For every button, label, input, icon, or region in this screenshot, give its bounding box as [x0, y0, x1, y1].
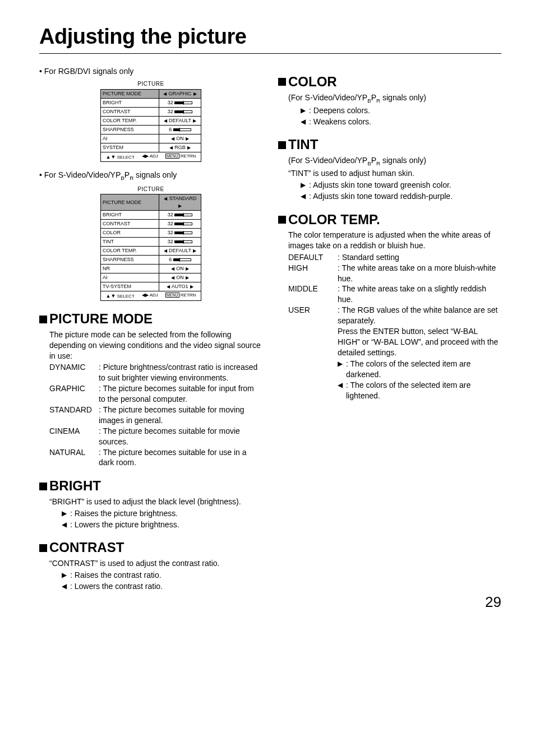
picture-mode-list: DYNAMICPicture brightness/contrast ratio…: [49, 362, 262, 468]
contrast-right-text: : Raises the contrast ratio.: [70, 570, 162, 581]
osd-row-value: ◀ DEFAULT ▶: [159, 246, 201, 255]
footer-adj: ADJ: [150, 293, 158, 298]
osd-row-label: BRIGHT: [101, 210, 159, 219]
left-column: • For RGB/DVI signals only PICTURE PICTU…: [39, 64, 262, 592]
heading-picture-mode: PICTURE MODE: [39, 310, 262, 328]
tint-arrows: ▶: Adjusts skin tone toward greenish col…: [301, 180, 501, 202]
osd-row-label: COLOR TEMP.: [101, 246, 159, 255]
osd-row-label: TINT: [101, 237, 159, 246]
def-row: NATURALThe picture becomes suitable for …: [49, 447, 262, 469]
osd-row-label: AI: [101, 273, 159, 282]
osd-row-label: CONTRAST: [101, 219, 159, 228]
color-note: (For S-Video/Video/YPBPR signals only): [288, 92, 501, 104]
def-desc: Picture brightness/contrast ratio is inc…: [99, 362, 262, 383]
osd-picture-rgb: PICTURE PICTURE MODE◀ GRAPHIC ▶BRIGHT32 …: [100, 80, 201, 162]
def-desc: The picture becomes suitable for input f…: [99, 383, 262, 405]
osd-row-value: 32: [159, 210, 201, 219]
right-arrow-icon: ▶: [62, 508, 67, 518]
content-columns: • For RGB/DVI signals only PICTURE PICTU…: [39, 64, 501, 592]
color-temp-intro: The color temperature is adjusted when t…: [288, 230, 501, 251]
left-arrow-icon: ◀: [301, 117, 306, 127]
osd-footer: ▲▼ SELECT ◀▶ ADJ MENU RETRN: [100, 152, 201, 163]
def-desc: The picture becomes suitable for moving …: [99, 405, 262, 426]
page-title: Adjusting the picture: [39, 22, 501, 51]
def-row: GRAPHICThe picture becomes suitable for …: [49, 383, 262, 405]
osd-row-value: ◀ DEFAULT ▶: [159, 116, 201, 125]
osd-row-value: ◀ ON ▶: [159, 264, 201, 273]
osd-row-value: ◀ STANDARD ▶: [159, 194, 201, 211]
bright-intro: “BRIGHT” is used to adjust the black lev…: [49, 497, 262, 507]
osd-title: PICTURE: [100, 80, 201, 88]
def-term: DYNAMIC: [49, 362, 99, 373]
def-term: STANDARD: [49, 405, 99, 415]
contrast-arrows: ▶: Raises the contrast ratio. ◀: Lowers …: [62, 570, 262, 592]
osd-row-value: ◀ ON ▶: [159, 134, 201, 143]
right-arrow-icon: ▶: [301, 105, 306, 115]
def-term: MIDDLE: [288, 284, 338, 294]
heading-contrast: CONTRAST: [39, 539, 262, 556]
osd-row-value: 6: [159, 255, 201, 264]
picture-mode-intro: The picture mode can be selected from th…: [49, 330, 262, 361]
osd-row-value: 32: [159, 98, 201, 107]
osd-table: PICTURE MODE◀ STANDARD ▶BRIGHT32 CONTRAS…: [100, 194, 201, 291]
tint-right-text: : Adjusts skin tone toward greenish colo…: [309, 180, 451, 191]
def-row: HIGHThe white areas take on a more bluis…: [288, 263, 501, 284]
def-term: CINEMA: [49, 426, 99, 437]
tint-left-text: : Adjusts skin tone toward reddish-purpl…: [309, 191, 453, 202]
user-left-text: : The colors of the selected item are li…: [346, 380, 501, 401]
def-row: CINEMAThe picture becomes suitable for m…: [49, 426, 262, 447]
osd-row-value: ◀ AUTO1 ▶: [159, 282, 201, 291]
def-desc: The RGB values of the white balance are …: [338, 305, 501, 358]
osd-row-label: PICTURE MODE: [101, 194, 159, 211]
left-arrow-icon: ◀: [301, 191, 306, 201]
right-arrow-icon: ▶: [62, 570, 67, 580]
contrast-left-text: : Lowers the contrast ratio.: [70, 581, 163, 592]
osd-row-value: ◀ RGB ▶: [159, 143, 201, 152]
osd-row-label: SYSTEM: [101, 143, 159, 152]
color-temp-list: DEFAULTStandard settingHIGHThe white are…: [288, 252, 501, 401]
footer-retrn: RETRN: [181, 154, 196, 159]
def-row: DEFAULTStandard setting: [288, 252, 501, 263]
osd-title: PICTURE: [100, 185, 201, 193]
user-sub-arrows: ▶: The colors of the selected item are d…: [338, 359, 501, 402]
osd-row-value: 32: [159, 219, 201, 228]
def-term: DEFAULT: [288, 252, 338, 263]
right-column: COLOR (For S-Video/Video/YPBPR signals o…: [278, 64, 501, 592]
def-term: GRAPHIC: [49, 383, 99, 394]
osd-picture-video: PICTURE PICTURE MODE◀ STANDARD ▶BRIGHT32…: [100, 185, 201, 302]
osd-row-label: COLOR TEMP.: [101, 116, 159, 125]
heading-color-temp: COLOR TEMP.: [278, 211, 501, 229]
signal-label-rgb: • For RGB/DVI signals only: [39, 66, 262, 77]
heading-color: COLOR: [278, 73, 501, 91]
def-desc: The picture becomes suitable for movie s…: [99, 426, 262, 447]
left-arrow-icon: ◀: [62, 520, 67, 530]
page-number: 29: [485, 592, 501, 612]
osd-row-label: SHARPNESS: [101, 255, 159, 264]
osd-table: PICTURE MODE◀ GRAPHIC ▶BRIGHT32 CONTRAST…: [100, 89, 201, 152]
def-term: USER: [288, 305, 338, 316]
osd-row-value: 6: [159, 125, 201, 134]
contrast-intro: “CONTRAST” is used to adjust the contras…: [49, 558, 262, 569]
color-left-text: : Weakens colors.: [309, 117, 371, 127]
left-arrow-icon: ◀: [62, 581, 67, 591]
osd-row-value: 32: [159, 107, 201, 116]
osd-row-label: COLOR: [101, 228, 159, 237]
osd-row-label: AI: [101, 134, 159, 143]
def-desc: The picture becomes suitable for use in …: [99, 447, 262, 469]
def-desc: The white areas take on a more bluish-wh…: [338, 263, 501, 284]
bright-right-text: : Raises the picture brightness.: [70, 508, 178, 519]
bright-left-text: : Lowers the picture brightness.: [70, 520, 179, 530]
osd-row-label: SHARPNESS: [101, 125, 159, 134]
right-arrow-icon: ▶: [338, 359, 343, 369]
left-arrow-icon: ◀: [338, 380, 343, 390]
footer-select: SELECT: [117, 294, 135, 299]
def-desc: The white areas take on a slightly reddi…: [338, 284, 501, 305]
signal-label-video: • For S-Video/Video/YPBPR signals only: [39, 170, 262, 182]
footer-adj: ADJ: [150, 154, 158, 159]
bright-arrows: ▶: Raises the picture brightness. ◀: Low…: [62, 508, 262, 530]
osd-row-value: ◀ GRAPHIC ▶: [159, 89, 201, 98]
def-row: STANDARDThe picture becomes suitable for…: [49, 405, 262, 426]
footer-retrn: RETRN: [181, 293, 196, 298]
user-right-text: : The colors of the selected item are da…: [346, 359, 501, 380]
osd-row-value: ◀ ON ▶: [159, 273, 201, 282]
